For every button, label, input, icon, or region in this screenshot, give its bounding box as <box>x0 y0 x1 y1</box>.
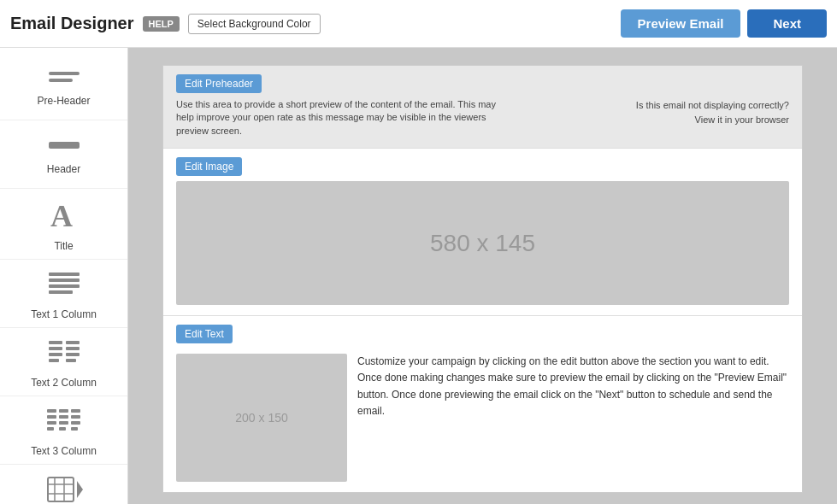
svg-rect-24 <box>71 421 80 425</box>
svg-rect-7 <box>49 290 73 294</box>
main-layout: Pre-Header Header A Title <box>0 48 837 504</box>
sidebar-label-title: Title <box>54 240 73 252</box>
svg-rect-28 <box>48 478 74 501</box>
sidebar-label-pre-header: Pre-Header <box>37 95 90 107</box>
preview-email-button[interactable]: Preview Email <box>621 9 741 38</box>
svg-rect-13 <box>66 353 80 356</box>
text-2-col-icon <box>45 337 83 372</box>
svg-rect-6 <box>49 284 80 288</box>
svg-text:A: A <box>50 199 73 231</box>
svg-rect-17 <box>59 409 68 413</box>
sidebar: Pre-Header Header A Title <box>0 48 128 504</box>
preheader-right-line1: Is this email not displaying correctly? <box>636 98 789 113</box>
svg-rect-0 <box>49 72 80 75</box>
svg-rect-23 <box>59 421 68 425</box>
svg-rect-5 <box>49 278 80 282</box>
topbar: Email Designer HELP Select Background Co… <box>0 0 837 48</box>
sidebar-item-video[interactable]: Video <box>0 465 127 504</box>
text-section: Edit Text 200 x 150 Customize your campa… <box>163 315 802 492</box>
sidebar-label-text-2-col: Text 2 Column <box>31 377 97 389</box>
svg-rect-16 <box>47 409 56 413</box>
svg-rect-15 <box>66 359 76 362</box>
text-3-col-icon <box>45 406 83 440</box>
preheader-content: Use this area to provide a short preview… <box>176 98 789 138</box>
email-canvas: Edit Preheader Use this area to provide … <box>162 65 803 493</box>
sidebar-label-text-3-col: Text 3 Column <box>31 445 97 457</box>
svg-rect-21 <box>71 415 80 419</box>
app-title: Email Designer <box>10 14 134 33</box>
edit-preheader-button[interactable]: Edit Preheader <box>176 74 262 93</box>
svg-rect-20 <box>59 415 68 419</box>
preheader-left-text: Use this area to provide a short preview… <box>176 98 513 138</box>
svg-rect-10 <box>49 347 62 350</box>
bg-color-button[interactable]: Select Background Color <box>188 14 321 34</box>
sidebar-item-pre-header[interactable]: Pre-Header <box>0 52 127 120</box>
next-button[interactable]: Next <box>747 9 827 38</box>
svg-rect-19 <box>47 415 56 419</box>
sidebar-item-text-1-col[interactable]: Text 1 Column <box>0 260 127 328</box>
svg-rect-1 <box>49 79 73 82</box>
svg-rect-8 <box>49 341 62 344</box>
svg-rect-11 <box>66 347 80 350</box>
svg-rect-12 <box>49 353 62 356</box>
sidebar-item-text-2-col[interactable]: Text 2 Column <box>0 328 127 396</box>
svg-rect-26 <box>59 427 66 431</box>
sidebar-item-header[interactable]: Header <box>0 120 127 189</box>
help-button[interactable]: HELP <box>143 16 180 32</box>
header-icon <box>45 136 83 158</box>
svg-rect-9 <box>66 341 80 344</box>
preheader-right-line2: View it in your browser <box>636 113 789 127</box>
pre-header-icon <box>45 67 83 90</box>
svg-rect-25 <box>47 427 54 431</box>
edit-image-button[interactable]: Edit Image <box>176 157 242 176</box>
preheader-section: Edit Preheader Use this area to provide … <box>163 66 802 148</box>
preheader-right-text: Is this email not displaying correctly? … <box>636 98 789 126</box>
sidebar-item-title[interactable]: A Title <box>0 189 127 260</box>
title-icon: A <box>45 197 83 235</box>
image-section: Edit Image 580 x 145 <box>163 148 802 315</box>
text-content-row: 200 x 150 Customize your campaign by cli… <box>176 354 789 482</box>
canvas-area: Edit Preheader Use this area to provide … <box>128 48 837 504</box>
topbar-left: Email Designer HELP Select Background Co… <box>10 14 321 34</box>
sidebar-label-header: Header <box>47 163 80 175</box>
topbar-right: Preview Email Next <box>621 9 827 38</box>
text-image-placeholder: 200 x 150 <box>176 354 347 482</box>
image-placeholder: 580 x 145 <box>176 181 789 305</box>
svg-rect-27 <box>71 427 78 431</box>
text-body: Customize your campaign by clicking on t… <box>357 354 789 482</box>
svg-rect-14 <box>49 359 59 362</box>
svg-rect-22 <box>47 421 56 425</box>
edit-text-button[interactable]: Edit Text <box>176 325 233 343</box>
text-1-col-icon <box>45 269 83 303</box>
sidebar-item-text-3-col[interactable]: Text 3 Column <box>0 396 127 465</box>
svg-marker-33 <box>77 481 83 498</box>
svg-rect-2 <box>49 142 80 149</box>
svg-rect-4 <box>49 273 80 276</box>
sidebar-label-text-1-col: Text 1 Column <box>31 308 97 320</box>
video-icon <box>45 473 83 504</box>
svg-rect-18 <box>71 409 80 413</box>
